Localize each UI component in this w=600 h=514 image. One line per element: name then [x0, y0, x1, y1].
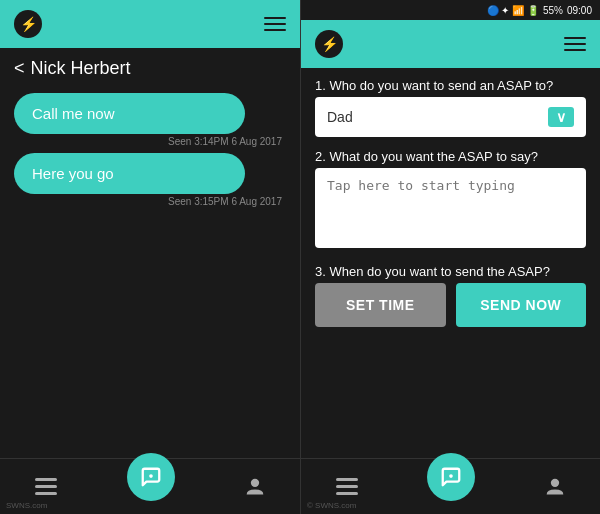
- seen-text-1: Seen 3:14PM 6 Aug 2017: [14, 136, 286, 147]
- section-2-label: 2. What do you want the ASAP to say?: [315, 149, 586, 164]
- right-nav-center[interactable]: [427, 453, 475, 501]
- right-hamburger-menu[interactable]: [564, 37, 586, 51]
- svg-rect-6: [336, 485, 358, 488]
- left-watermark: SWNS.com: [6, 501, 47, 510]
- back-arrow-icon[interactable]: <: [14, 58, 25, 79]
- right-watermark: © SWNS.com: [307, 501, 356, 510]
- section-3: 3. When do you want to send the ASAP? SE…: [315, 264, 586, 327]
- contact-name: Nick Herbert: [31, 58, 131, 79]
- left-hamburger-menu[interactable]: [264, 17, 286, 31]
- left-panel: ⚡ < Nick Herbert Call me now Seen 3:14PM…: [0, 0, 300, 514]
- svg-rect-1: [35, 485, 57, 488]
- left-lightning-icon: ⚡: [14, 10, 42, 38]
- right-content: 1. Who do you want to send an ASAP to? D…: [301, 68, 600, 458]
- seen-text-2: Seen 3:15PM 6 Aug 2017: [14, 196, 286, 207]
- svg-point-8: [450, 474, 454, 478]
- message-bubble-1: Call me now: [14, 93, 245, 134]
- svg-rect-7: [336, 492, 358, 495]
- message-text-2: Here you go: [32, 165, 114, 182]
- status-bar: 🔵 ✦ 📶 🔋 55% 09:00: [301, 0, 600, 20]
- send-now-button[interactable]: SEND NOW: [456, 283, 587, 327]
- message-text-1: Call me now: [32, 105, 115, 122]
- status-time: 09:00: [567, 5, 592, 16]
- battery-pct: 55%: [543, 5, 563, 16]
- svg-rect-0: [35, 478, 57, 481]
- dropdown-arrow-icon[interactable]: ∨: [548, 107, 574, 127]
- left-nav-profile[interactable]: [245, 476, 265, 498]
- left-bottom-nav: SWNS.com: [0, 458, 300, 514]
- section-1-label: 1. Who do you want to send an ASAP to?: [315, 78, 586, 93]
- right-top-bar: ⚡: [301, 20, 600, 68]
- chat-area: Call me now Seen 3:14PM 6 Aug 2017 Here …: [0, 85, 300, 458]
- message-input[interactable]: [315, 168, 586, 248]
- set-time-button[interactable]: SET TIME: [315, 283, 446, 327]
- right-panel: 🔵 ✦ 📶 🔋 55% 09:00 ⚡ 1. Who do you want t…: [300, 0, 600, 514]
- message-1-wrapper: Call me now Seen 3:14PM 6 Aug 2017: [14, 93, 286, 147]
- left-nav-list[interactable]: [35, 478, 57, 496]
- status-icons: 🔵 ✦ 📶 🔋: [487, 5, 539, 16]
- right-lightning-icon: ⚡: [315, 30, 343, 58]
- section-2: 2. What do you want the ASAP to say?: [315, 149, 586, 252]
- svg-point-9: [551, 478, 559, 486]
- section-1: 1. Who do you want to send an ASAP to? D…: [315, 78, 586, 137]
- dropdown-selected-value: Dad: [327, 109, 353, 125]
- message-bubble-2: Here you go: [14, 153, 245, 194]
- right-bottom-nav: © SWNS.com: [301, 458, 600, 514]
- action-buttons: SET TIME SEND NOW: [315, 283, 586, 327]
- svg-rect-2: [35, 492, 57, 495]
- svg-point-4: [251, 478, 259, 486]
- left-nav-center[interactable]: [127, 453, 175, 501]
- svg-point-3: [149, 474, 153, 478]
- right-nav-list[interactable]: [336, 478, 358, 496]
- back-header: < Nick Herbert: [0, 48, 300, 85]
- section-3-label: 3. When do you want to send the ASAP?: [315, 264, 586, 279]
- right-nav-profile[interactable]: [545, 476, 565, 498]
- left-top-bar: ⚡: [0, 0, 300, 48]
- svg-rect-5: [336, 478, 358, 481]
- message-2-wrapper: Here you go Seen 3:15PM 6 Aug 2017: [14, 153, 286, 207]
- recipient-dropdown[interactable]: Dad ∨: [315, 97, 586, 137]
